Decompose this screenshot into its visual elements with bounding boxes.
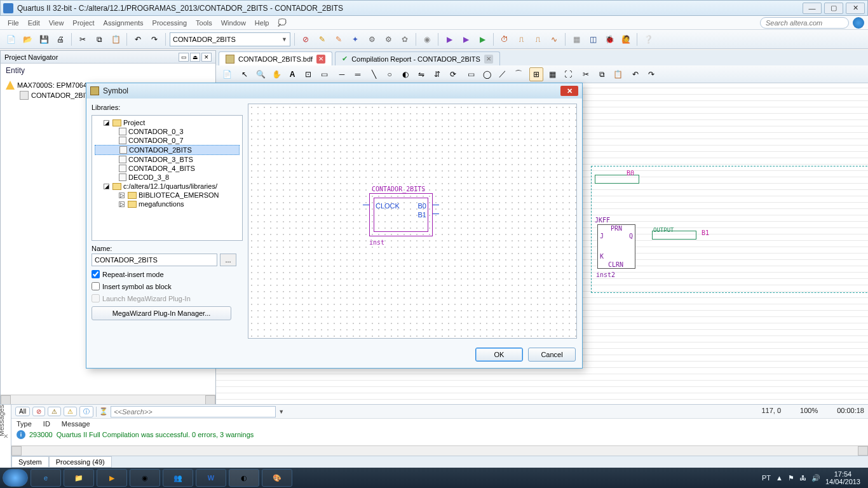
cancel-button[interactable]: Cancel [528, 348, 576, 362]
start-button[interactable] [3, 469, 28, 487]
globe-icon[interactable] [853, 17, 864, 29]
menu-processing[interactable]: Processing [149, 18, 191, 28]
menu-project[interactable]: Project [69, 18, 98, 28]
b1-output-pin[interactable] [652, 231, 696, 240]
expand-icon[interactable]: ▷ [119, 201, 125, 207]
new-file-icon[interactable]: 📄 [4, 32, 18, 46]
megawizard-button[interactable]: MegaWizard Plug-In Manager... [92, 306, 231, 320]
tab-contador-bdf[interactable]: CONTADOR_2BITS.bdf ✕ [219, 51, 332, 65]
ed-undo-icon[interactable]: ↶ [628, 67, 642, 81]
tray-volume-icon[interactable]: 🔊 [811, 474, 820, 482]
expand-icon[interactable]: ▷ [119, 193, 125, 198]
ed-redo-icon[interactable]: ↷ [644, 67, 658, 81]
ok-button[interactable]: OK [475, 348, 523, 362]
tree-contador-2bits[interactable]: CONTADOR_2BITS [95, 145, 240, 155]
help-search-icon[interactable]: 💭 [278, 18, 287, 27]
play-debug-icon[interactable]: ▶ [459, 32, 473, 46]
jkff-block[interactable]: PRN J Q K CLRN [597, 224, 635, 269]
pencil-icon[interactable]: ✎ [315, 32, 329, 46]
menu-view[interactable]: View [45, 18, 68, 28]
msg-tab-processing[interactable]: Processing (49) [49, 456, 112, 468]
tray-lang[interactable]: PT [762, 474, 771, 482]
menu-file[interactable]: File [4, 18, 23, 28]
flip-v-icon[interactable]: ⇵ [430, 67, 444, 81]
browse-button[interactable]: ... [220, 254, 236, 266]
messages-hscroll[interactable] [11, 445, 868, 456]
text-icon[interactable]: A [285, 67, 299, 81]
block-icon[interactable]: ▭ [317, 67, 331, 81]
menu-tools[interactable]: Tools [192, 18, 216, 28]
signal-icon[interactable]: ⎍ [514, 32, 528, 46]
close-button[interactable]: ✕ [846, 3, 865, 14]
taskbar-quartus[interactable]: ◐ [229, 469, 259, 487]
pn-collapse-button[interactable]: ▭ [179, 53, 189, 62]
arc-icon[interactable]: ⌒ [512, 67, 526, 81]
tree-contador-0-7[interactable]: CONTADOR_0_7 [95, 136, 240, 145]
project-combo[interactable]: CONTADOR_2BITS ▼ [170, 32, 290, 46]
collapse-icon[interactable]: ◢ [104, 184, 109, 189]
scroll-left-icon[interactable] [1, 395, 11, 405]
taskbar-chrome[interactable]: ◉ [130, 469, 160, 487]
menu-window[interactable]: Window [217, 18, 250, 28]
ed-cut-icon[interactable]: ✂ [579, 67, 593, 81]
menu-assignments[interactable]: Assignments [100, 18, 147, 28]
scroll-right-icon[interactable] [205, 395, 215, 405]
scroll-right-icon[interactable] [858, 446, 868, 456]
maximize-button[interactable]: ▢ [824, 3, 843, 14]
undo-icon[interactable]: ↶ [131, 32, 145, 46]
minimize-button[interactable]: — [803, 3, 822, 14]
tree-decod-3-8[interactable]: DECOD_3_8 [95, 173, 240, 182]
person-icon[interactable]: 🙋 [619, 32, 633, 46]
taskbar-msn[interactable]: 👥 [163, 469, 193, 487]
ed-doc-icon[interactable]: 📄 [220, 67, 234, 81]
chip-icon[interactable]: ▦ [569, 32, 583, 46]
filter-error-button[interactable]: ⊘ [32, 407, 45, 416]
tree-megafunctions[interactable]: ▷ megafunctions [95, 200, 240, 208]
no-entry-icon[interactable]: ⊘ [299, 32, 313, 46]
filter-critwarn-button[interactable]: ⚠ [48, 407, 61, 416]
tree-contador-0-3[interactable]: CONTADOR_0_3 [95, 127, 240, 136]
ed-paste-icon[interactable]: 📋 [611, 67, 625, 81]
wand-icon[interactable]: ✦ [348, 32, 362, 46]
pn-pin-button[interactable]: ⏏ [190, 53, 200, 62]
play-green-icon[interactable]: ▶ [475, 32, 489, 46]
snap-icon[interactable]: ▦ [545, 67, 559, 81]
tab-close-button[interactable]: ✕ [484, 55, 493, 64]
tab-compilation-report[interactable]: ✔ Compilation Report - CONTADOR_2BITS ✕ [335, 51, 500, 65]
flip-h-icon[interactable]: ⇋ [414, 67, 428, 81]
taskbar-explorer[interactable]: 📁 [64, 469, 94, 487]
collapse-icon[interactable]: ◢ [104, 120, 109, 126]
menu-help[interactable]: Help [251, 18, 273, 28]
taskbar-paint[interactable]: 🎨 [262, 469, 292, 487]
taskbar-word[interactable]: W [196, 469, 226, 487]
connector-icon[interactable]: ○ [383, 67, 397, 81]
timer-icon[interactable]: ⏱ [498, 32, 512, 46]
tree-project-folder[interactable]: ◢ Project [95, 118, 240, 127]
bus-icon[interactable]: ═ [351, 67, 365, 81]
pn-hscroll[interactable] [1, 395, 215, 405]
print-icon[interactable]: 🖨 [53, 32, 67, 46]
messages-search-input[interactable] [111, 406, 276, 417]
repeat-insert-checkbox[interactable]: Repeat-insert mode [92, 270, 243, 278]
tree-contador-3-bts[interactable]: CONTADOR_3_BTS [95, 155, 240, 164]
menu-edit[interactable]: Edit [24, 18, 44, 28]
insert-block-checkbox[interactable]: Insert symbol as block [92, 282, 243, 290]
altera-search-input[interactable] [760, 17, 849, 29]
probe-icon[interactable]: 🐞 [602, 32, 616, 46]
message-row[interactable]: i 293000 Quartus II Full Compilation was… [11, 429, 868, 440]
zoom-icon[interactable]: 🔍 [254, 67, 268, 81]
msg-pin-button[interactable]: ✕ [0, 405, 11, 468]
scope-icon[interactable]: ◫ [586, 32, 600, 46]
symbol-icon[interactable]: ⊡ [301, 67, 315, 81]
copy-icon[interactable]: ⧉ [92, 32, 106, 46]
zoom-fit-icon[interactable]: ⛶ [561, 67, 575, 81]
open-folder-icon[interactable]: 📂 [20, 32, 34, 46]
tree-biblioteca-emerson[interactable]: ▷ BIBLIOTECA_EMERSON [95, 191, 240, 200]
insert-block-input[interactable] [92, 282, 100, 290]
oval-icon[interactable]: ◯ [480, 67, 494, 81]
rotate-icon[interactable]: ⟳ [446, 67, 460, 81]
save-icon[interactable]: 💾 [37, 32, 51, 46]
partial-icon[interactable]: ◐ [398, 67, 412, 81]
tree-altera-folder[interactable]: ◢ c:/altera/12.1/quartus/libraries/ [95, 182, 240, 191]
tray-up-icon[interactable]: ▲ [776, 474, 783, 482]
